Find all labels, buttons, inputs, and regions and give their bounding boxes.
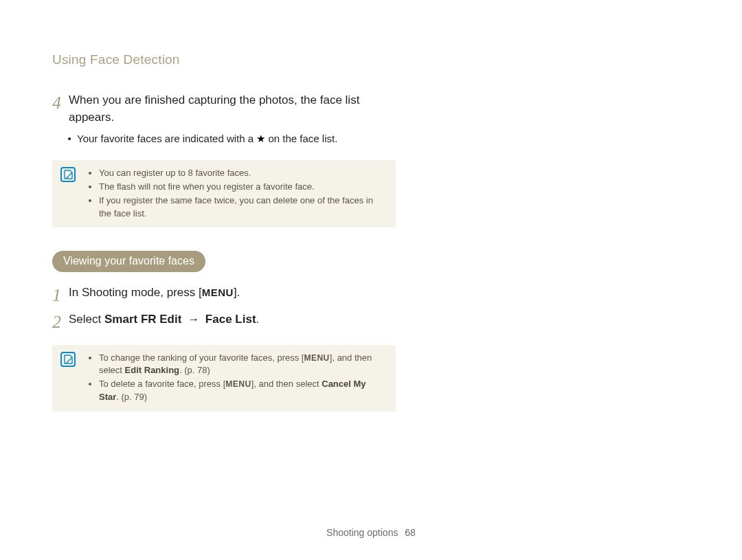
step-sub-bullets: Your favorite faces are indicated with a… bbox=[69, 131, 396, 146]
step-number: 1 bbox=[52, 284, 69, 306]
bullet-post: on the face list. bbox=[268, 133, 337, 144]
step2-pre: Select bbox=[69, 313, 104, 326]
footer-section: Shooting options bbox=[326, 527, 398, 538]
manual-page: Using Face Detection 4 When you are fini… bbox=[0, 0, 742, 560]
note-item: To change the ranking of your favorite f… bbox=[99, 352, 386, 378]
note-icon bbox=[60, 167, 76, 182]
note-item: If you register the same face twice, you… bbox=[99, 194, 386, 221]
star-icon: ★ bbox=[256, 131, 265, 146]
note-item: To delete a favorite face, press [MENU],… bbox=[99, 378, 386, 404]
note-list: You can register up to 8 favorite faces.… bbox=[88, 167, 386, 220]
note-item: You can register up to 8 favorite faces. bbox=[99, 167, 386, 180]
step1-post: ]. bbox=[234, 286, 240, 299]
bullet-pre: Your favorite faces are indicated with a bbox=[77, 133, 256, 144]
page-number: 68 bbox=[405, 527, 416, 538]
smart-fr-edit-label: Smart FR Edit bbox=[104, 313, 181, 326]
menu-label: MENU bbox=[202, 287, 234, 298]
section-pill: Viewing your favorite faces bbox=[52, 251, 205, 272]
sub-bullet: Your favorite faces are indicated with a… bbox=[77, 131, 396, 146]
n2i2-mid: ], and then select bbox=[251, 379, 322, 389]
n2i2-pre: To delete a favorite face, press [ bbox=[99, 379, 225, 389]
step-body: In Shooting mode, press [MENU]. bbox=[69, 284, 396, 302]
step2-post: . bbox=[256, 313, 260, 326]
n2i2-post: . (p. 79) bbox=[116, 392, 147, 402]
step-2: 2 Select Smart FR Edit → Face List. bbox=[52, 311, 396, 333]
note-item: The flash will not fire when you registe… bbox=[99, 181, 386, 194]
step-number: 4 bbox=[52, 92, 69, 113]
n2i1-pre: To change the ranking of your favorite f… bbox=[99, 352, 304, 363]
right-arrow-icon: → bbox=[188, 311, 199, 328]
note-box-2: To change the ranking of your favorite f… bbox=[52, 345, 396, 412]
edit-ranking-label: Edit Ranking bbox=[125, 365, 179, 375]
page-footer: Shooting options 68 bbox=[0, 527, 742, 538]
step-body: Select Smart FR Edit → Face List. bbox=[69, 311, 396, 328]
step-1: 1 In Shooting mode, press [MENU]. bbox=[52, 284, 396, 306]
note-list: To change the ranking of your favorite f… bbox=[88, 352, 386, 404]
step-number: 2 bbox=[52, 311, 69, 333]
step-text: When you are finished capturing the phot… bbox=[69, 93, 359, 124]
note-box-1: You can register up to 8 favorite faces.… bbox=[52, 160, 396, 227]
page-header: Using Face Detection bbox=[52, 52, 701, 67]
section-heading-wrap: Viewing your favorite faces bbox=[52, 251, 396, 284]
step-4: 4 When you are finished capturing the ph… bbox=[52, 92, 396, 148]
menu-label: MENU bbox=[304, 353, 329, 363]
face-list-label: Face List bbox=[205, 313, 256, 326]
step-body: When you are finished capturing the phot… bbox=[69, 92, 396, 148]
n2i1-post: . (p. 78) bbox=[179, 365, 210, 375]
note-icon bbox=[60, 352, 76, 367]
left-column: 4 When you are finished capturing the ph… bbox=[52, 92, 396, 412]
menu-label: MENU bbox=[225, 379, 251, 389]
step1-pre: In Shooting mode, press [ bbox=[69, 286, 202, 299]
